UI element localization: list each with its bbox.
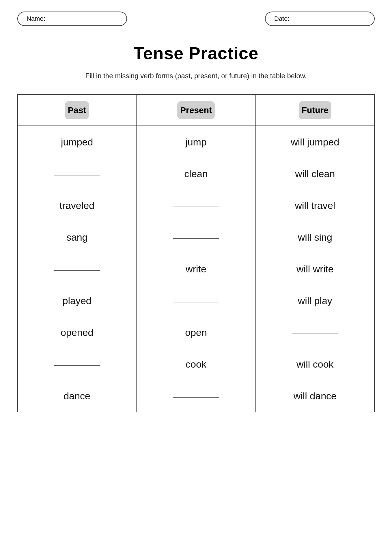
- table-row-3-present: [137, 221, 255, 253]
- table-row-4-past: [18, 253, 137, 285]
- page-title: Tense Practice: [17, 43, 375, 63]
- blank-line: [54, 175, 100, 175]
- table-row-8-future: will dance: [255, 380, 374, 412]
- past-column-label: Past: [65, 101, 89, 119]
- table-row-8-present: [137, 380, 255, 412]
- table-row-6-present: open: [137, 317, 255, 348]
- present-column-label: Present: [177, 101, 215, 119]
- blank-line: [173, 207, 219, 207]
- blank-line: [173, 238, 219, 239]
- name-label: Name:: [27, 15, 45, 23]
- table-row-6-future: [255, 317, 374, 348]
- table-row-5-present: [137, 285, 255, 317]
- table-row-3-past: sang: [18, 221, 137, 253]
- table-row-4-present: write: [137, 253, 255, 285]
- table-row-6-past: opened: [18, 317, 137, 348]
- table-row-1-present: clean: [137, 158, 255, 190]
- table-row-7-present: cook: [137, 348, 255, 380]
- table-row-0-future: will jumped: [255, 126, 374, 158]
- table-header-row: Past Present Future: [18, 95, 374, 126]
- date-label: Date:: [274, 15, 290, 23]
- col-header-present: Present: [137, 95, 255, 126]
- name-field: Name:: [17, 12, 127, 26]
- table-row-7-future: will cook: [255, 348, 374, 380]
- blank-line: [54, 365, 100, 366]
- table-row-5-past: played: [18, 285, 137, 317]
- table-row-4-future: will write: [255, 253, 374, 285]
- blank-line: [292, 334, 338, 334]
- page-header: Name: Date:: [17, 12, 375, 26]
- blank-line: [173, 397, 219, 398]
- table-row-0-past: jumped: [18, 126, 137, 158]
- blank-line: [173, 302, 219, 302]
- table-row-0-present: jump: [137, 126, 255, 158]
- table-row-1-future: will clean: [255, 158, 374, 190]
- tense-table: Past Present Future jumpedjumpwill jumpe…: [17, 94, 375, 412]
- table-row-3-future: will sing: [255, 221, 374, 253]
- instructions-text: Fill in the missing verb forms (past, pr…: [17, 72, 375, 80]
- table-row-1-past: [18, 158, 137, 190]
- table-row-5-future: will play: [255, 285, 374, 317]
- date-field: Date:: [265, 12, 375, 26]
- table-row-2-future: will travel: [255, 190, 374, 221]
- col-header-past: Past: [18, 95, 137, 126]
- blank-line: [54, 270, 100, 271]
- table-row-2-present: [137, 190, 255, 221]
- table-row-2-past: traveled: [18, 190, 137, 221]
- future-column-label: Future: [299, 101, 331, 119]
- table-row-7-past: [18, 348, 137, 380]
- table-row-8-past: dance: [18, 380, 137, 412]
- table-body: jumpedjumpwill jumpedcleanwill cleantrav…: [18, 126, 374, 412]
- col-header-future: Future: [255, 95, 374, 126]
